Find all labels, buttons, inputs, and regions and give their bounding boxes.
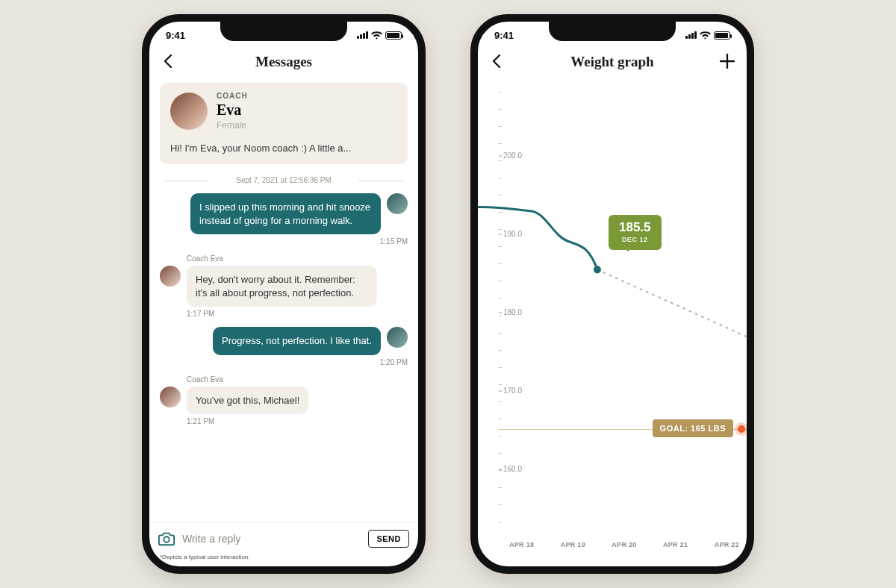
goal-dot-icon <box>738 425 745 433</box>
phone-weight-graph: 9:41 Weight graph 200.0 190.0 180.0 170.… <box>470 14 754 574</box>
x-label: APR 20 <box>612 541 636 548</box>
page-title: Messages <box>255 54 312 70</box>
phone-messages: 9:41 Messages COACH Eva Female <box>142 14 426 574</box>
x-label: APR 18 <box>509 541 534 548</box>
battery-icon <box>385 31 402 40</box>
weight-chart[interactable]: 200.0 190.0 180.0 170.0 160.0 <box>478 77 747 566</box>
coach-avatar-small <box>160 387 181 407</box>
coach-subtitle: Female <box>217 120 248 131</box>
coach-name: Eva <box>217 101 248 119</box>
data-point-current <box>594 266 601 273</box>
user-avatar <box>387 193 408 214</box>
message-bubble[interactable]: Progress, not perfection. I like that. <box>213 327 381 355</box>
status-indicators <box>357 31 402 40</box>
status-time: 9:41 <box>166 30 185 41</box>
coach-intro-text: Hi! I'm Eva, your Noom coach :) A little… <box>170 143 397 154</box>
message-time: 1:17 PM <box>187 310 408 318</box>
user-avatar <box>387 327 408 348</box>
message-row-received: You've got this, Michael! <box>160 387 408 415</box>
message-row-sent: Progress, not perfection. I like that. <box>160 327 408 355</box>
svg-point-0 <box>164 537 169 542</box>
battery-icon <box>714 31 730 40</box>
send-button[interactable]: SEND <box>368 530 409 548</box>
message-time: 1:15 PM <box>160 237 408 245</box>
messages-header: Messages <box>149 47 418 77</box>
coach-avatar-small <box>160 266 181 287</box>
weight-tooltip: 185.5 DEC 12 <box>609 215 662 250</box>
messages-body: COACH Eva Female Hi! I'm Eva, your Noom … <box>149 77 418 522</box>
coach-avatar <box>170 93 208 130</box>
sender-label: Coach Eva <box>187 254 408 263</box>
weight-line-projected <box>597 269 747 337</box>
coach-role-label: COACH <box>217 92 248 100</box>
sender-label: Coach Eva <box>187 375 408 384</box>
message-row-sent: I slipped up this morning and hit snooze… <box>160 193 408 234</box>
status-time: 9:41 <box>494 30 514 41</box>
composer: Write a reply SEND <box>149 522 418 551</box>
plus-icon[interactable] <box>718 52 736 70</box>
phone-notch <box>549 22 676 41</box>
message-time: 1:20 PM <box>160 358 408 366</box>
message-row-received: Hey, don't worry about it. Remember: it'… <box>160 266 408 307</box>
status-indicators <box>685 31 730 40</box>
page-title: Weight graph <box>570 54 653 70</box>
message-bubble[interactable]: I slipped up this morning and hit snooze… <box>190 193 381 234</box>
x-label: APR 19 <box>561 541 585 548</box>
goal-badge: GOAL: 165 LBS <box>653 419 733 437</box>
back-icon[interactable] <box>488 52 506 70</box>
x-label: APR 22 <box>715 541 739 548</box>
signal-icon <box>685 31 697 39</box>
weight-line-actual <box>478 207 597 269</box>
coach-card[interactable]: COACH Eva Female Hi! I'm Eva, your Noom … <box>160 83 408 164</box>
tooltip-value: 185.5 <box>619 220 651 234</box>
x-label: APR 21 <box>663 541 688 548</box>
tooltip-date: DEC 12 <box>619 237 651 244</box>
back-icon[interactable] <box>160 52 178 70</box>
reply-input[interactable]: Write a reply <box>182 533 361 545</box>
message-bubble[interactable]: Hey, don't worry about it. Remember: it'… <box>187 266 377 307</box>
date-divider: Sept 7, 2021 at 12:56:36 PM <box>160 176 408 184</box>
message-time: 1:21 PM <box>187 417 408 425</box>
signal-icon <box>357 31 368 39</box>
wifi-icon <box>371 31 382 40</box>
message-bubble[interactable]: You've got this, Michael! <box>187 387 308 415</box>
wifi-icon <box>700 31 711 40</box>
phone-notch <box>220 22 347 41</box>
camera-icon[interactable] <box>158 531 175 546</box>
chart-svg <box>478 77 747 566</box>
disclaimer-text: *Depicts a typical user interaction. <box>149 551 418 566</box>
graph-header: Weight graph <box>478 47 747 77</box>
x-axis-labels: APR 18 APR 19 APR 20 APR 21 APR 22 <box>509 541 739 548</box>
